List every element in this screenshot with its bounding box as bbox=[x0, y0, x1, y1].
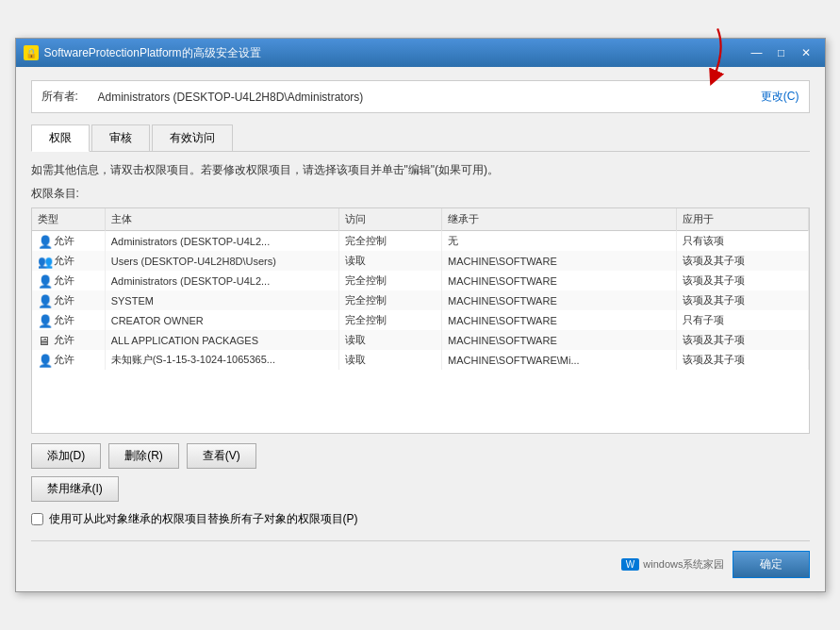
table-row[interactable]: 👤 允许 SYSTEM 完全控制 MACHINE\SOFTWARE 该项及其子项 bbox=[32, 290, 809, 310]
cell-type: 👤 允许 bbox=[32, 271, 106, 290]
cell-type: 👤 允许 bbox=[32, 350, 106, 370]
window-icon: 🔒 bbox=[24, 45, 39, 60]
cell-inherit: MACHINE\SOFTWARE\Mi... bbox=[442, 350, 677, 370]
tab-bar: 权限 审核 有效访问 bbox=[31, 124, 810, 152]
type-icon: 👤 bbox=[38, 314, 51, 327]
replace-permissions-label: 使用可从此对象继承的权限项目替换所有子对象的权限项目(P) bbox=[49, 511, 358, 527]
type-icon: 👤 bbox=[38, 354, 51, 367]
dialog-content: 所有者: Administrators (DESKTOP-U4L2H8D\Adm… bbox=[16, 67, 825, 591]
cell-subject: ALL APPLICATION PACKAGES bbox=[105, 330, 339, 350]
cell-access: 读取 bbox=[339, 350, 442, 370]
add-button[interactable]: 添加(D) bbox=[31, 443, 102, 469]
cell-inherit: MACHINE\SOFTWARE bbox=[442, 271, 677, 290]
watermark-logo: W bbox=[621, 558, 639, 571]
cell-inherit: MACHINE\SOFTWARE bbox=[442, 290, 677, 310]
watermark-text: windows系统家园 bbox=[643, 557, 724, 572]
minimize-button[interactable]: — bbox=[746, 43, 768, 62]
cell-type: 👥 允许 bbox=[32, 251, 106, 271]
inherit-btn-row: 禁用继承(I) bbox=[31, 476, 810, 511]
replace-permissions-row: 使用可从此对象继承的权限项目替换所有子对象的权限项目(P) bbox=[31, 511, 810, 527]
owner-value: Administrators (DESKTOP-U4L2H8D\Administ… bbox=[98, 91, 758, 104]
cell-apply: 该项及其子项 bbox=[676, 251, 808, 271]
type-text: 允许 bbox=[54, 333, 74, 347]
table-row[interactable]: 👤 允许 Administrators (DESKTOP-U4L2... 完全控… bbox=[32, 231, 809, 252]
watermark: W windows系统家园 bbox=[621, 557, 725, 572]
type-text: 允许 bbox=[54, 274, 74, 288]
ok-button[interactable]: 确定 bbox=[733, 551, 810, 578]
cell-type: 👤 允许 bbox=[32, 310, 106, 330]
close-button[interactable]: ✕ bbox=[795, 43, 817, 62]
info-text: 如需其他信息，请双击权限项目。若要修改权限项目，请选择该项目并单击"编辑"(如果… bbox=[31, 161, 810, 178]
main-window: 🔒 SoftwareProtectionPlatform的高级安全设置 — □ … bbox=[15, 38, 826, 592]
permissions-table: 类型 主体 访问 继承于 应用于 👤 允许 Administrators (DE… bbox=[32, 208, 809, 370]
cell-subject: Users (DESKTOP-U4L2H8D\Users) bbox=[105, 251, 339, 271]
cell-access: 完全控制 bbox=[339, 310, 442, 330]
type-text: 允许 bbox=[54, 293, 74, 307]
remove-button[interactable]: 删除(R) bbox=[108, 443, 179, 469]
owner-label: 所有者: bbox=[41, 89, 89, 105]
tab-permissions[interactable]: 权限 bbox=[31, 124, 90, 152]
table-header-row: 类型 主体 访问 继承于 应用于 bbox=[32, 208, 809, 231]
cell-inherit: MACHINE\SOFTWARE bbox=[442, 330, 677, 350]
maximize-button[interactable]: □ bbox=[770, 43, 793, 62]
type-text: 允许 bbox=[54, 254, 74, 268]
cell-access: 完全控制 bbox=[339, 231, 442, 252]
col-header-apply: 应用于 bbox=[676, 208, 808, 231]
tab-audit[interactable]: 审核 bbox=[91, 124, 150, 151]
titlebar: 🔒 SoftwareProtectionPlatform的高级安全设置 — □ … bbox=[16, 39, 825, 67]
owner-row: 所有者: Administrators (DESKTOP-U4L2H8D\Adm… bbox=[31, 80, 810, 113]
type-text: 允许 bbox=[54, 313, 74, 327]
type-icon: 👤 bbox=[38, 294, 51, 307]
action-buttons: 添加(D) 删除(R) 查看(V) bbox=[31, 443, 810, 469]
cell-type: 👤 允许 bbox=[32, 290, 106, 310]
cell-apply: 该项及其子项 bbox=[676, 330, 808, 350]
table-row[interactable]: 👤 允许 CREATOR OWNER 完全控制 MACHINE\SOFTWARE… bbox=[32, 310, 809, 330]
cell-type: 👤 允许 bbox=[32, 231, 106, 252]
type-text: 允许 bbox=[54, 353, 74, 367]
type-icon: 👥 bbox=[38, 255, 51, 268]
cell-type: 🖥 允许 bbox=[32, 330, 106, 350]
cell-apply: 该项及其子项 bbox=[676, 290, 808, 310]
cell-subject: SYSTEM bbox=[105, 290, 339, 310]
cell-apply: 该项及其子项 bbox=[676, 271, 808, 290]
titlebar-buttons: — □ ✕ bbox=[746, 43, 817, 62]
cell-inherit: MACHINE\SOFTWARE bbox=[442, 251, 677, 271]
footer-row: W windows系统家园 确定 bbox=[31, 540, 810, 578]
cell-subject: Administrators (DESKTOP-U4L2... bbox=[105, 271, 339, 290]
cell-subject: 未知账户(S-1-15-3-1024-1065365... bbox=[105, 350, 339, 370]
cell-subject: Administrators (DESKTOP-U4L2... bbox=[105, 231, 339, 252]
cell-inherit: MACHINE\SOFTWARE bbox=[442, 310, 677, 330]
window-title: SoftwareProtectionPlatform的高级安全设置 bbox=[44, 45, 261, 61]
disable-inherit-button[interactable]: 禁用继承(I) bbox=[31, 476, 119, 502]
type-text: 允许 bbox=[54, 234, 74, 248]
titlebar-left: 🔒 SoftwareProtectionPlatform的高级安全设置 bbox=[24, 45, 261, 61]
table-row[interactable]: 👤 允许 Administrators (DESKTOP-U4L2... 完全控… bbox=[32, 271, 809, 290]
replace-permissions-checkbox[interactable] bbox=[31, 513, 43, 525]
permissions-table-container[interactable]: 类型 主体 访问 继承于 应用于 👤 允许 Administrators (DE… bbox=[31, 207, 810, 434]
col-header-access: 访问 bbox=[339, 208, 442, 231]
change-owner-link[interactable]: 更改(C) bbox=[761, 89, 799, 105]
cell-access: 读取 bbox=[339, 251, 442, 271]
cell-apply: 只有该项 bbox=[676, 231, 808, 252]
view-button[interactable]: 查看(V) bbox=[187, 443, 256, 469]
table-row[interactable]: 🖥 允许 ALL APPLICATION PACKAGES 读取 MACHINE… bbox=[32, 330, 809, 350]
col-header-type: 类型 bbox=[32, 208, 106, 231]
table-row[interactable]: 👤 允许 未知账户(S-1-15-3-1024-1065365... 读取 MA… bbox=[32, 350, 809, 370]
cell-access: 完全控制 bbox=[339, 271, 442, 290]
cell-access: 读取 bbox=[339, 330, 442, 350]
type-icon: 🖥 bbox=[38, 334, 51, 347]
cell-subject: CREATOR OWNER bbox=[105, 310, 339, 330]
cell-access: 完全控制 bbox=[339, 290, 442, 310]
type-icon: 👤 bbox=[38, 274, 51, 288]
section-label: 权限条目: bbox=[31, 186, 810, 202]
cell-inherit: 无 bbox=[442, 231, 677, 252]
table-row[interactable]: 👥 允许 Users (DESKTOP-U4L2H8D\Users) 读取 MA… bbox=[32, 251, 809, 271]
cell-apply: 只有子项 bbox=[676, 310, 808, 330]
type-icon: 👤 bbox=[38, 235, 51, 248]
cell-apply: 该项及其子项 bbox=[676, 350, 808, 370]
col-header-inherit: 继承于 bbox=[442, 208, 677, 231]
col-header-subject: 主体 bbox=[105, 208, 339, 231]
tab-effective-access[interactable]: 有效访问 bbox=[152, 124, 233, 151]
